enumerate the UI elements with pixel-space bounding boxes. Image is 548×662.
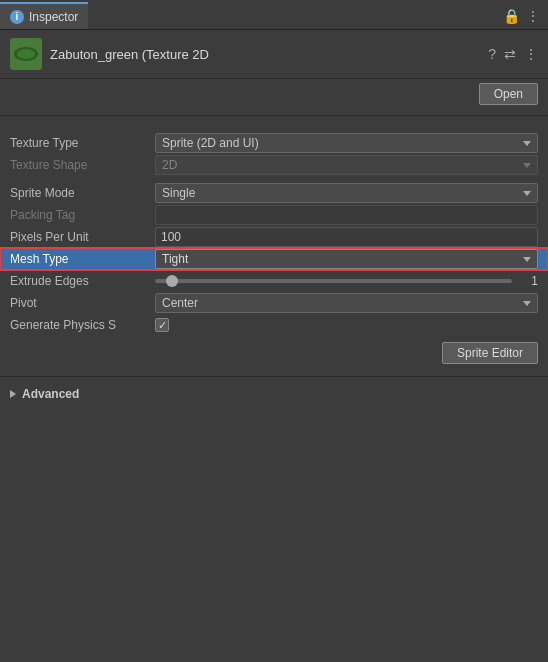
generate-physics-row: Generate Physics S — [0, 314, 548, 336]
texture-thumbnail — [13, 45, 39, 63]
menu-icon[interactable]: ⋮ — [526, 8, 540, 24]
lock-icon[interactable]: 🔒 — [503, 8, 520, 24]
open-button[interactable]: Open — [479, 83, 538, 105]
extrude-slider-container: 1 — [155, 274, 538, 288]
sprite-editor-button[interactable]: Sprite Editor — [442, 342, 538, 364]
pivot-dropdown[interactable]: Center — [155, 293, 538, 313]
packing-tag-label: Packing Tag — [10, 208, 155, 222]
extrude-edges-value: 1 — [155, 274, 538, 288]
sprite-editor-row: Sprite Editor — [0, 336, 548, 370]
pivot-value: Center — [155, 293, 538, 313]
extrude-edges-number: 1 — [518, 274, 538, 288]
divider-advanced — [0, 376, 548, 377]
divider-top — [0, 115, 548, 116]
open-button-row: Open — [0, 79, 548, 109]
mesh-type-value: Tight — [155, 249, 538, 269]
asset-header-actions: ? ⇄ ⋮ — [488, 46, 538, 62]
texture-type-dropdown[interactable]: Sprite (2D and UI) — [155, 133, 538, 153]
texture-type-arrow — [523, 141, 531, 146]
extrude-edges-row: Extrude Edges 1 — [0, 270, 548, 292]
asset-header: Zabuton_green (Texture 2D ? ⇄ ⋮ — [0, 30, 548, 79]
texture-shape-label: Texture Shape — [10, 158, 155, 172]
advanced-arrow-icon — [10, 390, 16, 398]
pivot-arrow — [523, 301, 531, 306]
extrude-edges-slider[interactable] — [155, 279, 512, 283]
settings-icon[interactable]: ⇄ — [504, 46, 516, 62]
mesh-type-arrow — [523, 257, 531, 262]
texture-shape-arrow — [523, 163, 531, 168]
info-icon: i — [10, 10, 24, 24]
texture-type-value: Sprite (2D and UI) — [155, 133, 538, 153]
texture-type-label: Texture Type — [10, 136, 155, 150]
mesh-type-dropdown[interactable]: Tight — [155, 249, 538, 269]
pivot-label: Pivot — [10, 296, 155, 310]
asset-menu-icon[interactable]: ⋮ — [524, 46, 538, 62]
mesh-type-row: Mesh Type Tight — [0, 248, 548, 270]
texture-shape-dropdown[interactable]: 2D — [155, 155, 538, 175]
texture-type-row: Texture Type Sprite (2D and UI) — [0, 132, 548, 154]
svg-point-1 — [17, 49, 35, 59]
pixels-per-unit-value — [155, 227, 538, 247]
pixels-per-unit-label: Pixels Per Unit — [10, 230, 155, 244]
sprite-mode-arrow — [523, 191, 531, 196]
generate-physics-value — [155, 318, 538, 332]
mesh-type-label: Mesh Type — [10, 252, 155, 266]
content-area: Texture Type Sprite (2D and UI) Texture … — [0, 122, 548, 415]
advanced-label: Advanced — [22, 387, 79, 401]
sprite-mode-label: Sprite Mode — [10, 186, 155, 200]
packing-tag-input[interactable] — [155, 205, 538, 225]
sprite-mode-dropdown[interactable]: Single — [155, 183, 538, 203]
generate-physics-checkbox-container — [155, 318, 538, 332]
packing-tag-value — [155, 205, 538, 225]
help-icon[interactable]: ? — [488, 46, 496, 62]
asset-icon — [10, 38, 42, 70]
pixels-per-unit-row: Pixels Per Unit — [0, 226, 548, 248]
texture-shape-value: 2D — [155, 155, 538, 175]
generate-physics-label: Generate Physics S — [10, 318, 155, 332]
extrude-edges-label: Extrude Edges — [10, 274, 155, 288]
generate-physics-checkbox[interactable] — [155, 318, 169, 332]
packing-tag-row: Packing Tag — [0, 204, 548, 226]
tab-actions: 🔒 ⋮ — [503, 2, 548, 29]
pixels-per-unit-input[interactable] — [155, 227, 538, 247]
asset-name: Zabuton_green (Texture 2D — [50, 47, 480, 62]
texture-shape-row: Texture Shape 2D — [0, 154, 548, 176]
tab-bar: i Inspector 🔒 ⋮ — [0, 0, 548, 30]
sprite-mode-row: Sprite Mode Single — [0, 182, 548, 204]
inspector-tab[interactable]: i Inspector — [0, 2, 88, 29]
pivot-row: Pivot Center — [0, 292, 548, 314]
tab-label: Inspector — [29, 10, 78, 24]
sprite-mode-value: Single — [155, 183, 538, 203]
advanced-section-header[interactable]: Advanced — [0, 383, 548, 405]
